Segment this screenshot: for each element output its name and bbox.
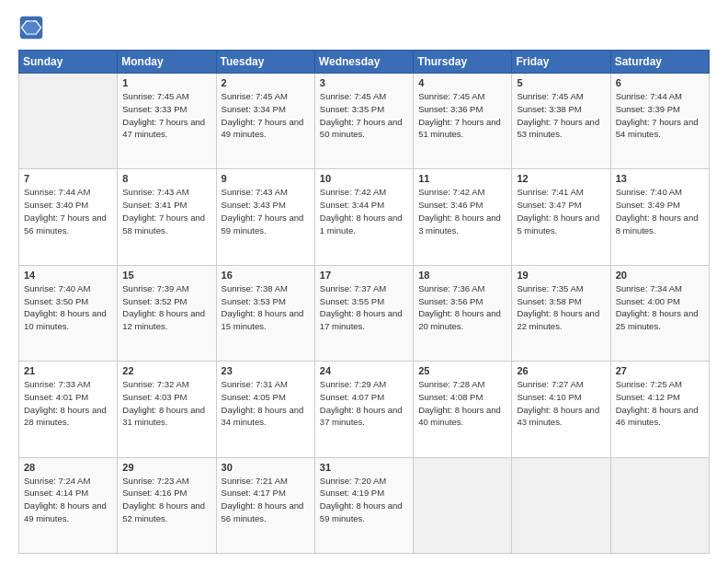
- day-number: 8: [122, 173, 210, 184]
- day-number: 13: [616, 173, 704, 184]
- calendar-cell: 1Sunrise: 7:45 AMSunset: 3:33 PMDaylight…: [118, 74, 216, 169]
- day-info: Sunrise: 7:20 AMSunset: 4:19 PMDaylight:…: [320, 475, 408, 525]
- day-number: 22: [122, 365, 210, 376]
- calendar-page: SundayMondayTuesdayWednesdayThursdayFrid…: [0, 0, 728, 563]
- day-info: Sunrise: 7:32 AMSunset: 4:03 PMDaylight:…: [122, 378, 210, 429]
- day-info: Sunrise: 7:43 AMSunset: 3:43 PMDaylight:…: [222, 186, 310, 236]
- calendar-cell: 8Sunrise: 7:43 AMSunset: 3:41 PMDaylight…: [118, 169, 216, 265]
- day-number: 21: [24, 365, 112, 376]
- day-number: 4: [418, 77, 506, 88]
- weekday-header: Thursday: [414, 51, 512, 74]
- calendar-cell: 10Sunrise: 7:42 AMSunset: 3:44 PMDayligh…: [314, 169, 413, 265]
- day-number: 31: [320, 462, 408, 473]
- day-number: 3: [320, 77, 408, 88]
- day-number: 26: [517, 365, 605, 376]
- day-number: 28: [24, 462, 112, 473]
- calendar-cell: 19Sunrise: 7:35 AMSunset: 3:58 PMDayligh…: [512, 265, 610, 361]
- day-info: Sunrise: 7:45 AMSunset: 3:35 PMDaylight:…: [320, 90, 408, 141]
- day-info: Sunrise: 7:43 AMSunset: 3:41 PMDaylight:…: [122, 186, 210, 236]
- day-number: 29: [122, 462, 210, 473]
- calendar-cell: 23Sunrise: 7:31 AMSunset: 4:05 PMDayligh…: [216, 362, 314, 457]
- day-info: Sunrise: 7:45 AMSunset: 3:38 PMDaylight:…: [517, 90, 605, 141]
- day-info: Sunrise: 7:23 AMSunset: 4:16 PMDaylight:…: [122, 475, 210, 525]
- day-info: Sunrise: 7:45 AMSunset: 3:33 PMDaylight:…: [122, 90, 210, 141]
- weekday-header: Saturday: [610, 51, 709, 74]
- calendar-cell: 27Sunrise: 7:25 AMSunset: 4:12 PMDayligh…: [610, 362, 709, 457]
- calendar-cell: 14Sunrise: 7:40 AMSunset: 3:50 PMDayligh…: [19, 265, 118, 361]
- day-number: 18: [418, 270, 506, 281]
- day-number: 23: [222, 365, 310, 376]
- calendar-cell: 22Sunrise: 7:32 AMSunset: 4:03 PMDayligh…: [118, 362, 216, 457]
- day-info: Sunrise: 7:41 AMSunset: 3:47 PMDaylight:…: [517, 186, 605, 236]
- day-info: Sunrise: 7:28 AMSunset: 4:08 PMDaylight:…: [418, 378, 506, 429]
- day-number: 1: [122, 77, 210, 88]
- calendar-cell: 5Sunrise: 7:45 AMSunset: 3:38 PMDaylight…: [512, 74, 610, 169]
- logo-icon: [18, 15, 44, 40]
- calendar-cell: 11Sunrise: 7:42 AMSunset: 3:46 PMDayligh…: [414, 169, 512, 265]
- day-number: 11: [418, 173, 506, 184]
- day-number: 10: [320, 173, 408, 184]
- calendar-cell: 29Sunrise: 7:23 AMSunset: 4:16 PMDayligh…: [118, 457, 216, 553]
- day-number: 7: [24, 173, 112, 184]
- day-info: Sunrise: 7:33 AMSunset: 4:01 PMDaylight:…: [24, 378, 112, 429]
- weekday-header: Friday: [512, 51, 610, 74]
- day-number: 2: [222, 77, 310, 88]
- calendar-cell: 12Sunrise: 7:41 AMSunset: 3:47 PMDayligh…: [512, 169, 610, 265]
- calendar-table: SundayMondayTuesdayWednesdayThursdayFrid…: [18, 50, 710, 554]
- calendar-cell: 2Sunrise: 7:45 AMSunset: 3:34 PMDaylight…: [216, 74, 314, 169]
- calendar-cell: 24Sunrise: 7:29 AMSunset: 4:07 PMDayligh…: [314, 362, 413, 457]
- day-info: Sunrise: 7:21 AMSunset: 4:17 PMDaylight:…: [222, 475, 310, 525]
- day-info: Sunrise: 7:35 AMSunset: 3:58 PMDaylight:…: [517, 282, 605, 333]
- calendar-cell: 20Sunrise: 7:34 AMSunset: 4:00 PMDayligh…: [610, 265, 709, 361]
- calendar-cell: 7Sunrise: 7:44 AMSunset: 3:40 PMDaylight…: [19, 169, 118, 265]
- day-number: 14: [24, 270, 112, 281]
- day-number: 25: [418, 365, 506, 376]
- day-number: 15: [122, 270, 210, 281]
- calendar-cell: 4Sunrise: 7:45 AMSunset: 3:36 PMDaylight…: [414, 74, 512, 169]
- day-info: Sunrise: 7:36 AMSunset: 3:56 PMDaylight:…: [418, 282, 506, 333]
- day-number: 20: [616, 270, 704, 281]
- day-number: 27: [616, 365, 704, 376]
- day-info: Sunrise: 7:40 AMSunset: 3:49 PMDaylight:…: [616, 186, 704, 236]
- day-number: 12: [517, 173, 605, 184]
- day-info: Sunrise: 7:25 AMSunset: 4:12 PMDaylight:…: [616, 378, 704, 429]
- day-number: 17: [320, 270, 408, 281]
- weekday-header: Tuesday: [216, 51, 314, 74]
- day-number: 30: [222, 462, 310, 473]
- day-info: Sunrise: 7:24 AMSunset: 4:14 PMDaylight:…: [24, 475, 112, 525]
- calendar-cell: 30Sunrise: 7:21 AMSunset: 4:17 PMDayligh…: [216, 457, 314, 553]
- calendar-cell: [512, 457, 610, 553]
- day-info: Sunrise: 7:39 AMSunset: 3:52 PMDaylight:…: [122, 282, 210, 333]
- calendar-cell: 26Sunrise: 7:27 AMSunset: 4:10 PMDayligh…: [512, 362, 610, 457]
- day-info: Sunrise: 7:42 AMSunset: 3:46 PMDaylight:…: [418, 186, 506, 236]
- day-info: Sunrise: 7:44 AMSunset: 3:40 PMDaylight:…: [24, 186, 112, 236]
- calendar-cell: 18Sunrise: 7:36 AMSunset: 3:56 PMDayligh…: [414, 265, 512, 361]
- calendar-cell: 3Sunrise: 7:45 AMSunset: 3:35 PMDaylight…: [314, 74, 413, 169]
- calendar-cell: [610, 457, 709, 553]
- calendar-cell: 31Sunrise: 7:20 AMSunset: 4:19 PMDayligh…: [314, 457, 413, 553]
- day-number: 6: [616, 77, 704, 88]
- day-number: 24: [320, 365, 408, 376]
- day-info: Sunrise: 7:29 AMSunset: 4:07 PMDaylight:…: [320, 378, 408, 429]
- calendar-cell: [414, 457, 512, 553]
- day-info: Sunrise: 7:37 AMSunset: 3:55 PMDaylight:…: [320, 282, 408, 333]
- calendar-cell: 13Sunrise: 7:40 AMSunset: 3:49 PMDayligh…: [610, 169, 709, 265]
- calendar-cell: 6Sunrise: 7:44 AMSunset: 3:39 PMDaylight…: [610, 74, 709, 169]
- day-number: 16: [222, 270, 310, 281]
- weekday-header: Wednesday: [314, 51, 413, 74]
- day-info: Sunrise: 7:34 AMSunset: 4:00 PMDaylight:…: [616, 282, 704, 333]
- day-number: 9: [222, 173, 310, 184]
- calendar-cell: 16Sunrise: 7:38 AMSunset: 3:53 PMDayligh…: [216, 265, 314, 361]
- day-info: Sunrise: 7:27 AMSunset: 4:10 PMDaylight:…: [517, 378, 605, 429]
- day-info: Sunrise: 7:38 AMSunset: 3:53 PMDaylight:…: [222, 282, 310, 333]
- calendar-cell: 25Sunrise: 7:28 AMSunset: 4:08 PMDayligh…: [414, 362, 512, 457]
- day-info: Sunrise: 7:44 AMSunset: 3:39 PMDaylight:…: [616, 90, 704, 141]
- day-number: 19: [517, 270, 605, 281]
- day-info: Sunrise: 7:31 AMSunset: 4:05 PMDaylight:…: [222, 378, 310, 429]
- logo: [18, 15, 48, 40]
- day-info: Sunrise: 7:45 AMSunset: 3:34 PMDaylight:…: [222, 90, 310, 141]
- calendar-cell: [19, 74, 118, 169]
- calendar-cell: 28Sunrise: 7:24 AMSunset: 4:14 PMDayligh…: [19, 457, 118, 553]
- calendar-cell: 21Sunrise: 7:33 AMSunset: 4:01 PMDayligh…: [19, 362, 118, 457]
- calendar-cell: 17Sunrise: 7:37 AMSunset: 3:55 PMDayligh…: [314, 265, 413, 361]
